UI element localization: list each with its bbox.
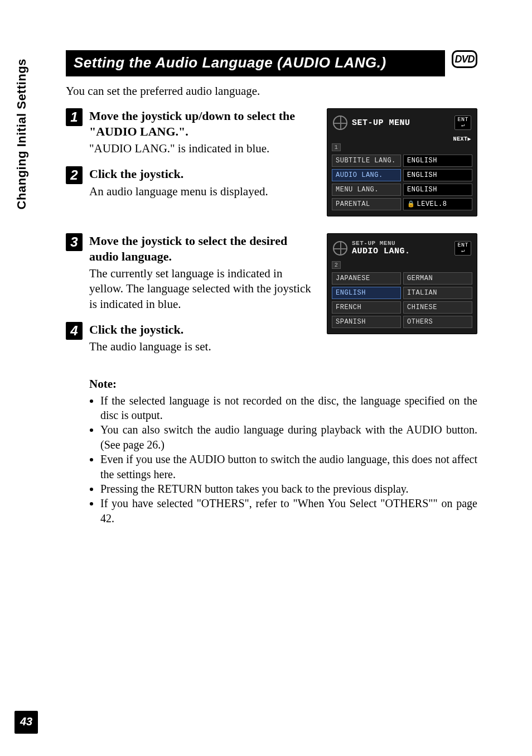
language-option: GERMAN bbox=[403, 272, 472, 285]
step-heading: Move the joystick up/down to select the … bbox=[89, 108, 319, 139]
section-tab: Changing Initial Settings bbox=[14, 59, 29, 209]
note-item: You can also switch the audio language d… bbox=[100, 422, 477, 452]
note-item: If the selected language is not recorded… bbox=[100, 393, 477, 423]
step-number: 3 bbox=[66, 233, 83, 251]
step-1: 1 Move the joystick up/down to select th… bbox=[66, 108, 319, 156]
language-option: ITALIAN bbox=[403, 287, 472, 299]
step-number: 1 bbox=[66, 108, 83, 126]
tab-indicator: 2 bbox=[332, 261, 341, 269]
screen-subtitle: SET-UP MENU bbox=[352, 240, 410, 247]
menu-value: LEVEL.8 bbox=[403, 198, 472, 210]
language-option: CHINESE bbox=[403, 301, 472, 314]
step-3: 3 Move the joystick to select the desire… bbox=[66, 233, 319, 312]
menu-label: SUBTITLE LANG. bbox=[332, 155, 401, 167]
step-description: An audio language menu is displayed. bbox=[89, 184, 319, 199]
dvd-badge: DVD bbox=[452, 50, 477, 68]
language-option: OTHERS bbox=[403, 316, 472, 328]
menu-value: ENGLISH bbox=[403, 155, 472, 167]
step-number: 2 bbox=[66, 166, 83, 184]
intro-text: You can set the preferred audio language… bbox=[66, 84, 477, 98]
menu-label: MENU LANG. bbox=[332, 184, 401, 196]
ent-icon: ENT↵ bbox=[454, 241, 471, 256]
language-option: ENGLISH bbox=[332, 287, 401, 299]
language-option: SPANISH bbox=[332, 316, 401, 328]
audio-lang-screenshot: SET-UP MENU AUDIO LANG. ENT↵ 2 JAPANESEG… bbox=[327, 233, 477, 334]
setup-menu-screenshot: SET-UP MENU ENT↵ NEXT▶ 1 SUBTITLE LANG.E… bbox=[327, 108, 477, 216]
step-4: 4 Click the joystick. The audio language… bbox=[66, 322, 319, 355]
step-heading: Click the joystick. bbox=[89, 322, 319, 338]
note-item: Even if you use the AUDIO button to swit… bbox=[100, 452, 477, 481]
globe-icon bbox=[333, 115, 347, 130]
globe-icon bbox=[333, 241, 347, 256]
manual-page: Changing Initial Settings 43 Setting the… bbox=[0, 0, 532, 756]
step-2: 2 Click the joystick. An audio language … bbox=[66, 166, 319, 199]
note-item: Pressing the RETURN button takes you bac… bbox=[100, 481, 477, 496]
ent-icon: ENT↵ bbox=[454, 115, 471, 130]
step-heading: Move the joystick to select the desired … bbox=[89, 233, 319, 264]
page-title: Setting the Audio Language (AUDIO LANG.) bbox=[66, 50, 445, 76]
step-description: The audio language is set. bbox=[89, 339, 319, 354]
screen-title: SET-UP MENU bbox=[352, 118, 410, 128]
screen-title: AUDIO LANG. bbox=[352, 247, 410, 256]
step-number: 4 bbox=[66, 322, 83, 340]
step-description: The currently set language is indicated … bbox=[89, 266, 319, 312]
notes-section: Note: If the selected language is not re… bbox=[89, 377, 477, 526]
language-option: FRENCH bbox=[332, 301, 401, 314]
menu-value: ENGLISH bbox=[403, 184, 472, 196]
menu-label: AUDIO LANG. bbox=[332, 169, 401, 181]
note-item: If you have selected "OTHERS", refer to … bbox=[100, 496, 477, 526]
tab-indicator: 1 bbox=[332, 143, 341, 151]
menu-value: ENGLISH bbox=[403, 169, 472, 181]
step-heading: Click the joystick. bbox=[89, 166, 319, 182]
notes-heading: Note: bbox=[89, 377, 477, 391]
page-number: 43 bbox=[14, 711, 38, 734]
language-option: JAPANESE bbox=[332, 272, 401, 285]
menu-label: PARENTAL bbox=[332, 198, 401, 210]
next-indicator: NEXT▶ bbox=[332, 136, 472, 142]
step-description: "AUDIO LANG." is indicated in blue. bbox=[89, 141, 319, 156]
